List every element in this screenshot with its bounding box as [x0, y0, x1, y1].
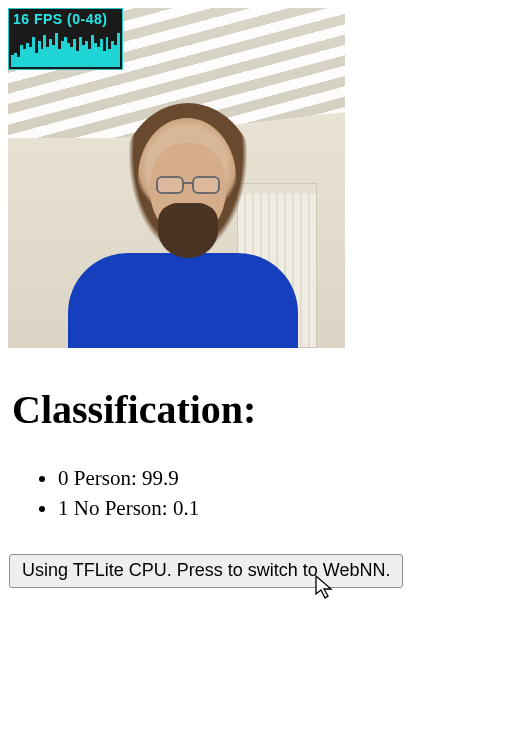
- results-list: 0 Person: 99.91 No Person: 0.1: [58, 463, 506, 524]
- fps-overlay: 16 FPS (0-48): [8, 8, 123, 70]
- classification-heading: Classification:: [12, 386, 506, 433]
- list-item: 1 No Person: 0.1: [58, 493, 506, 523]
- person-beard: [158, 203, 218, 258]
- switch-backend-button[interactable]: Using TFLite CPU. Press to switch to Web…: [9, 554, 403, 588]
- fps-label: 16 FPS (0-48): [9, 9, 122, 27]
- glasses-icon: [154, 176, 222, 196]
- fps-graph: [11, 27, 120, 67]
- list-item: 0 Person: 99.9: [58, 463, 506, 493]
- webcam-feed: 16 FPS (0-48): [8, 8, 345, 348]
- cursor-icon: [315, 575, 335, 601]
- person-shirt: [68, 253, 298, 348]
